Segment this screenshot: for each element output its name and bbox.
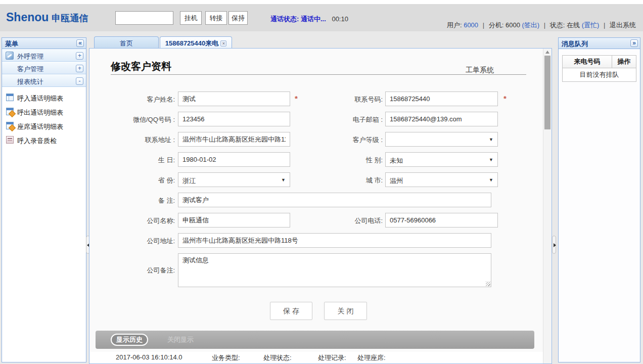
sidebar-item-label: 座席通话明细表 bbox=[17, 123, 63, 130]
process-agent-label: 处理座席: bbox=[357, 353, 386, 362]
set-busy-link[interactable]: (置忙) bbox=[582, 21, 600, 29]
sidebar-item-agent-detail[interactable]: 座席通话明细表 bbox=[2, 120, 86, 134]
menu-header: 菜单 « bbox=[2, 38, 86, 49]
call-timer: 00:10 bbox=[332, 15, 348, 23]
field-label-gender: 性 别: bbox=[307, 156, 383, 165]
logout-link[interactable]: 退出系统 bbox=[610, 21, 636, 29]
sidebar-item-inbound-detail[interactable]: 呼入通话明细表 bbox=[2, 92, 86, 106]
extension-label: 分机: bbox=[489, 21, 504, 29]
column-caller-number[interactable]: 来电号码 bbox=[563, 56, 612, 68]
dropdown-arrow-icon: ▼ bbox=[489, 157, 493, 162]
tab-strip: 首页 15868725440来电× bbox=[89, 36, 552, 48]
business-type-label: 业务类型: bbox=[212, 353, 240, 362]
vertical-scrollbar[interactable] bbox=[543, 49, 552, 363]
column-action[interactable]: 操作 bbox=[612, 56, 636, 68]
expand-plus-icon[interactable]: + bbox=[76, 65, 83, 72]
customer-name-input[interactable] bbox=[178, 92, 290, 106]
right-splitter[interactable] bbox=[552, 37, 555, 362]
extension-value: 6000 bbox=[506, 21, 520, 29]
hold-button[interactable]: 保持 bbox=[228, 11, 248, 25]
company-address-input[interactable] bbox=[178, 233, 491, 248]
separator: | bbox=[544, 21, 545, 29]
transfer-button[interactable]: 转接 bbox=[205, 11, 227, 25]
report-edit-icon bbox=[6, 122, 14, 129]
email-input[interactable] bbox=[385, 112, 498, 126]
wechat-qq-input[interactable] bbox=[178, 112, 290, 126]
sidebar-item-outbound-detail[interactable]: 呼出通话明细表 bbox=[2, 106, 86, 120]
logo-text-en: Shenou bbox=[6, 11, 49, 24]
sidebar-group-label: 外呼管理 bbox=[17, 53, 43, 60]
field-label-address: 联系地址 : bbox=[99, 135, 175, 145]
company-name-input[interactable] bbox=[178, 213, 290, 228]
sidebar-group-reports[interactable]: 报表统计 - bbox=[2, 74, 86, 87]
report-menu-list: 呼入通话明细表 呼出通话明细表 座席通话明细表 呼入录音质检 bbox=[2, 87, 86, 153]
account-bar: 用户: 6000 | 分机: 6000 (签出) | 状态: 在线 (置忙) |… bbox=[447, 21, 636, 30]
report-table-icon bbox=[6, 94, 14, 101]
contact-address-input[interactable] bbox=[178, 132, 290, 147]
call-status-text: 通话状态: 通话中... bbox=[270, 15, 326, 23]
close-history-button[interactable]: 关闭显示 bbox=[167, 335, 194, 344]
call-status: 通话状态: 通话中... 00:10 bbox=[270, 15, 348, 24]
collapse-left-icon[interactable]: « bbox=[76, 39, 84, 47]
customer-level-select[interactable]: ▼ bbox=[385, 132, 498, 147]
message-queue-panel: 消息队列 » 来电号码 操作 目前没有排队 bbox=[558, 37, 640, 362]
gender-select[interactable]: 未知 ▼ bbox=[385, 152, 498, 167]
left-splitter[interactable] bbox=[86, 37, 88, 362]
collapse-right-icon[interactable]: » bbox=[630, 39, 638, 47]
close-button[interactable]: 关 闭 bbox=[324, 302, 367, 320]
process-record-label: 处理记录: bbox=[318, 353, 346, 362]
hangup-button[interactable]: 挂机 bbox=[180, 11, 202, 25]
collapse-minus-icon[interactable]: - bbox=[76, 77, 83, 85]
sidebar-group-customer[interactable]: 客户管理 + bbox=[2, 62, 86, 74]
field-label-company-remark: 公司备注: bbox=[99, 266, 175, 275]
tab-home[interactable]: 首页 bbox=[94, 36, 159, 48]
tab-incoming-call[interactable]: 15868725440来电× bbox=[160, 36, 232, 48]
contact-number-input[interactable] bbox=[385, 92, 498, 106]
user-label: 用户: bbox=[447, 21, 462, 29]
history-toolbar: 显示历史 关闭显示 bbox=[96, 331, 534, 349]
sidebar-group-label: 报表统计 bbox=[17, 78, 43, 85]
top-toolbar: Shenou申瓯通信 挂机 转接 保持 通话状态: 通话中... 00:10 用… bbox=[0, 4, 643, 31]
logo-text-cn: 申瓯通信 bbox=[52, 13, 88, 23]
collapse-right-handle[interactable] bbox=[552, 236, 556, 254]
birthday-input[interactable] bbox=[178, 152, 290, 167]
required-mark: * bbox=[503, 94, 507, 103]
queue-table: 来电号码 操作 目前没有排队 bbox=[562, 55, 636, 82]
dropdown-arrow-icon: ▼ bbox=[281, 177, 286, 183]
company-remark-textarea[interactable]: 测试信息 bbox=[178, 253, 491, 287]
sign-out-link[interactable]: (签出) bbox=[522, 21, 540, 29]
scroll-up-arrow-icon[interactable] bbox=[545, 51, 549, 54]
resize-grip-icon[interactable] bbox=[486, 282, 490, 286]
field-label-company-phone: 公司电话: bbox=[307, 216, 383, 225]
company-phone-input[interactable] bbox=[385, 213, 498, 228]
remark-input[interactable] bbox=[178, 193, 491, 207]
close-icon[interactable]: × bbox=[220, 40, 226, 47]
expand-plus-icon[interactable]: + bbox=[76, 52, 83, 60]
status-label: 状态: 在线 bbox=[550, 21, 580, 29]
scrollbar-thumb[interactable] bbox=[544, 56, 550, 129]
dropdown-arrow-icon: ▼ bbox=[489, 177, 493, 183]
work-order-link[interactable]: 工单系统 bbox=[466, 66, 494, 75]
tab-label: 15868725440来电 bbox=[165, 39, 219, 47]
user-id-link[interactable]: 6000 bbox=[464, 21, 478, 29]
field-label-province: 省 份: bbox=[99, 176, 175, 185]
field-label-level: 客户等级 : bbox=[307, 135, 383, 145]
process-status-label: 处理状态: bbox=[263, 353, 292, 362]
province-select[interactable]: 浙江 ▼ bbox=[178, 172, 290, 187]
city-select[interactable]: 温州 ▼ bbox=[385, 172, 498, 187]
show-history-button[interactable]: 显示历史 bbox=[111, 334, 148, 346]
field-label-wechat: 微信/QQ号码 : bbox=[99, 115, 175, 124]
select-value: 浙江 bbox=[182, 176, 196, 186]
field-label-company-address: 公司地址: bbox=[99, 237, 175, 246]
field-label-phone: 联系号码: bbox=[307, 95, 383, 104]
field-label-email: 电子邮箱 : bbox=[307, 115, 383, 124]
queue-header: 消息队列 » bbox=[559, 38, 640, 49]
sidebar-item-recording-qc[interactable]: 呼入录音质检 bbox=[2, 134, 86, 148]
queue-empty-row: 目前没有排队 bbox=[563, 68, 636, 81]
menu-title: 菜单 bbox=[5, 40, 18, 48]
save-button[interactable]: 保 存 bbox=[270, 302, 312, 320]
select-value: 未知 bbox=[390, 156, 403, 165]
dial-number-input[interactable] bbox=[115, 11, 173, 25]
sidebar-group-outbound[interactable]: 外呼管理 + bbox=[2, 49, 86, 62]
field-label-name: 客户姓名: bbox=[99, 95, 175, 104]
